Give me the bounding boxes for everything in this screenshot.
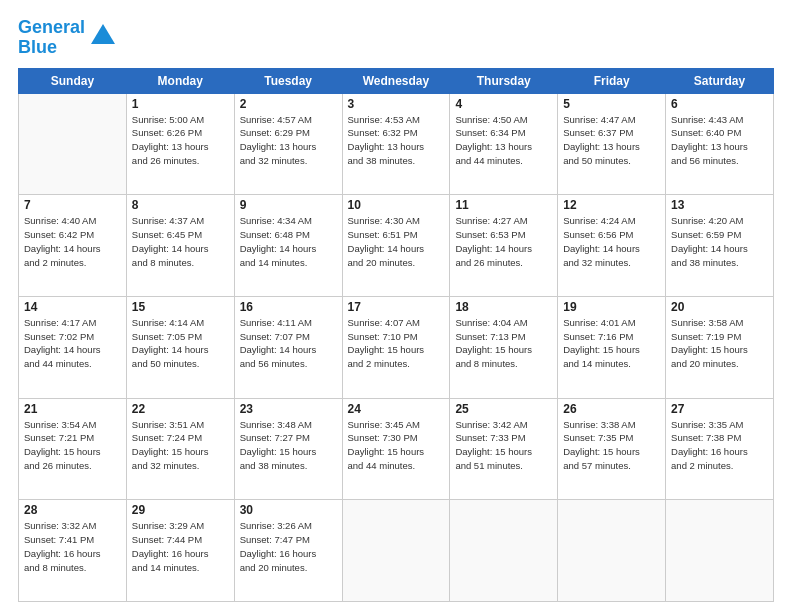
day-number: 21 [24,402,121,416]
day-info: Sunrise: 4:14 AM Sunset: 7:05 PM Dayligh… [132,316,229,371]
day-info: Sunrise: 4:04 AM Sunset: 7:13 PM Dayligh… [455,316,552,371]
day-info: Sunrise: 4:01 AM Sunset: 7:16 PM Dayligh… [563,316,660,371]
calendar-cell: 6Sunrise: 4:43 AM Sunset: 6:40 PM Daylig… [666,93,774,195]
day-number: 5 [563,97,660,111]
day-info: Sunrise: 3:58 AM Sunset: 7:19 PM Dayligh… [671,316,768,371]
day-info: Sunrise: 4:11 AM Sunset: 7:07 PM Dayligh… [240,316,337,371]
calendar-cell: 26Sunrise: 3:38 AM Sunset: 7:35 PM Dayli… [558,398,666,500]
day-info: Sunrise: 4:37 AM Sunset: 6:45 PM Dayligh… [132,214,229,269]
logo-blue: Blue [18,37,57,57]
day-number: 8 [132,198,229,212]
calendar-cell: 16Sunrise: 4:11 AM Sunset: 7:07 PM Dayli… [234,296,342,398]
day-number: 2 [240,97,337,111]
day-number: 17 [348,300,445,314]
day-info: Sunrise: 4:47 AM Sunset: 6:37 PM Dayligh… [563,113,660,168]
day-number: 4 [455,97,552,111]
day-number: 3 [348,97,445,111]
header: General Blue [18,18,774,58]
weekday-header-sunday: Sunday [19,68,127,93]
calendar-week-5: 28Sunrise: 3:32 AM Sunset: 7:41 PM Dayli… [19,500,774,602]
calendar-cell [450,500,558,602]
weekday-header-monday: Monday [126,68,234,93]
calendar-cell: 28Sunrise: 3:32 AM Sunset: 7:41 PM Dayli… [19,500,127,602]
logo-icon [89,22,117,50]
calendar-cell: 3Sunrise: 4:53 AM Sunset: 6:32 PM Daylig… [342,93,450,195]
day-info: Sunrise: 4:40 AM Sunset: 6:42 PM Dayligh… [24,214,121,269]
day-info: Sunrise: 4:50 AM Sunset: 6:34 PM Dayligh… [455,113,552,168]
day-number: 25 [455,402,552,416]
calendar-week-1: 1Sunrise: 5:00 AM Sunset: 6:26 PM Daylig… [19,93,774,195]
calendar-cell: 27Sunrise: 3:35 AM Sunset: 7:38 PM Dayli… [666,398,774,500]
day-number: 16 [240,300,337,314]
calendar-cell: 18Sunrise: 4:04 AM Sunset: 7:13 PM Dayli… [450,296,558,398]
day-info: Sunrise: 3:32 AM Sunset: 7:41 PM Dayligh… [24,519,121,574]
calendar-cell: 15Sunrise: 4:14 AM Sunset: 7:05 PM Dayli… [126,296,234,398]
day-number: 11 [455,198,552,212]
day-number: 20 [671,300,768,314]
calendar-table: SundayMondayTuesdayWednesdayThursdayFrid… [18,68,774,602]
calendar-cell [558,500,666,602]
day-number: 19 [563,300,660,314]
calendar-cell [666,500,774,602]
day-info: Sunrise: 3:35 AM Sunset: 7:38 PM Dayligh… [671,418,768,473]
logo: General Blue [18,18,117,58]
logo-general: General [18,17,85,37]
day-number: 28 [24,503,121,517]
day-number: 22 [132,402,229,416]
day-info: Sunrise: 4:30 AM Sunset: 6:51 PM Dayligh… [348,214,445,269]
day-info: Sunrise: 4:17 AM Sunset: 7:02 PM Dayligh… [24,316,121,371]
day-info: Sunrise: 5:00 AM Sunset: 6:26 PM Dayligh… [132,113,229,168]
day-number: 26 [563,402,660,416]
day-number: 27 [671,402,768,416]
day-info: Sunrise: 3:26 AM Sunset: 7:47 PM Dayligh… [240,519,337,574]
calendar-cell: 22Sunrise: 3:51 AM Sunset: 7:24 PM Dayli… [126,398,234,500]
logo-text: General Blue [18,18,85,58]
day-number: 6 [671,97,768,111]
day-number: 24 [348,402,445,416]
weekday-header-saturday: Saturday [666,68,774,93]
day-info: Sunrise: 4:27 AM Sunset: 6:53 PM Dayligh… [455,214,552,269]
calendar-cell: 1Sunrise: 5:00 AM Sunset: 6:26 PM Daylig… [126,93,234,195]
day-info: Sunrise: 4:53 AM Sunset: 6:32 PM Dayligh… [348,113,445,168]
day-info: Sunrise: 4:43 AM Sunset: 6:40 PM Dayligh… [671,113,768,168]
calendar-cell: 8Sunrise: 4:37 AM Sunset: 6:45 PM Daylig… [126,195,234,297]
calendar-week-3: 14Sunrise: 4:17 AM Sunset: 7:02 PM Dayli… [19,296,774,398]
day-info: Sunrise: 4:34 AM Sunset: 6:48 PM Dayligh… [240,214,337,269]
weekday-header-thursday: Thursday [450,68,558,93]
day-number: 30 [240,503,337,517]
day-number: 13 [671,198,768,212]
calendar-cell: 12Sunrise: 4:24 AM Sunset: 6:56 PM Dayli… [558,195,666,297]
day-number: 12 [563,198,660,212]
calendar-cell: 4Sunrise: 4:50 AM Sunset: 6:34 PM Daylig… [450,93,558,195]
weekday-header-row: SundayMondayTuesdayWednesdayThursdayFrid… [19,68,774,93]
day-number: 10 [348,198,445,212]
day-info: Sunrise: 3:48 AM Sunset: 7:27 PM Dayligh… [240,418,337,473]
calendar-cell: 7Sunrise: 4:40 AM Sunset: 6:42 PM Daylig… [19,195,127,297]
svg-marker-0 [91,24,115,44]
day-info: Sunrise: 3:54 AM Sunset: 7:21 PM Dayligh… [24,418,121,473]
calendar-cell: 23Sunrise: 3:48 AM Sunset: 7:27 PM Dayli… [234,398,342,500]
calendar-cell: 5Sunrise: 4:47 AM Sunset: 6:37 PM Daylig… [558,93,666,195]
day-info: Sunrise: 4:24 AM Sunset: 6:56 PM Dayligh… [563,214,660,269]
page: General Blue SundayMondayTuesdayWednesda… [0,0,792,612]
calendar-cell: 11Sunrise: 4:27 AM Sunset: 6:53 PM Dayli… [450,195,558,297]
day-number: 7 [24,198,121,212]
day-info: Sunrise: 3:42 AM Sunset: 7:33 PM Dayligh… [455,418,552,473]
calendar-cell: 24Sunrise: 3:45 AM Sunset: 7:30 PM Dayli… [342,398,450,500]
calendar-cell: 13Sunrise: 4:20 AM Sunset: 6:59 PM Dayli… [666,195,774,297]
day-info: Sunrise: 3:29 AM Sunset: 7:44 PM Dayligh… [132,519,229,574]
day-number: 15 [132,300,229,314]
calendar-cell: 20Sunrise: 3:58 AM Sunset: 7:19 PM Dayli… [666,296,774,398]
calendar-cell: 9Sunrise: 4:34 AM Sunset: 6:48 PM Daylig… [234,195,342,297]
day-info: Sunrise: 4:20 AM Sunset: 6:59 PM Dayligh… [671,214,768,269]
calendar-cell: 17Sunrise: 4:07 AM Sunset: 7:10 PM Dayli… [342,296,450,398]
calendar-cell: 10Sunrise: 4:30 AM Sunset: 6:51 PM Dayli… [342,195,450,297]
day-number: 29 [132,503,229,517]
day-number: 18 [455,300,552,314]
day-info: Sunrise: 3:51 AM Sunset: 7:24 PM Dayligh… [132,418,229,473]
calendar-cell: 30Sunrise: 3:26 AM Sunset: 7:47 PM Dayli… [234,500,342,602]
day-number: 23 [240,402,337,416]
calendar-cell: 21Sunrise: 3:54 AM Sunset: 7:21 PM Dayli… [19,398,127,500]
calendar-cell: 14Sunrise: 4:17 AM Sunset: 7:02 PM Dayli… [19,296,127,398]
day-info: Sunrise: 3:45 AM Sunset: 7:30 PM Dayligh… [348,418,445,473]
